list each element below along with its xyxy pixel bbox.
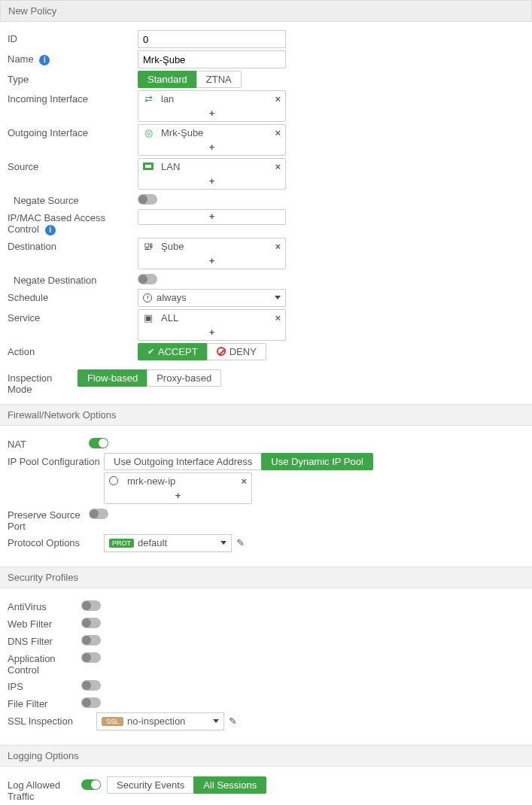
label-filefilter: File Filter: [8, 695, 81, 709]
add-icon[interactable]: +: [138, 107, 285, 121]
section-firewall-header: Firewall/Network Options: [0, 404, 532, 426]
schedule-select[interactable]: always: [138, 289, 286, 307]
action-deny-button[interactable]: DENY: [207, 343, 266, 360]
chevron-down-icon: [220, 541, 226, 545]
schedule-value: always: [157, 292, 270, 303]
action-toggle: ✔ ACCEPT DENY: [138, 343, 266, 360]
remove-icon[interactable]: ×: [275, 241, 281, 252]
label-id: ID: [8, 30, 138, 44]
webfilter-toggle[interactable]: [81, 618, 101, 628]
dnsfilter-toggle[interactable]: [81, 635, 101, 646]
info-icon[interactable]: i: [45, 225, 56, 235]
inspection-flow-button[interactable]: Flow-based: [78, 369, 147, 387]
add-icon[interactable]: +: [138, 254, 285, 269]
log-security-events-button[interactable]: Security Events: [107, 776, 193, 794]
id-input[interactable]: [138, 30, 286, 48]
incoming-interface-field[interactable]: ⇄ lan × +: [138, 90, 286, 122]
ipmac-field[interactable]: +: [138, 209, 286, 225]
log-all-sessions-button[interactable]: All Sessions: [193, 776, 266, 794]
ssl-badge: SSL: [102, 717, 123, 726]
service-field[interactable]: ▣ ALL × +: [138, 309, 286, 341]
label-protocol-options: Protocol Options: [8, 534, 104, 548]
add-icon[interactable]: +: [138, 326, 285, 340]
add-icon[interactable]: +: [138, 175, 285, 189]
label-type: Type: [8, 71, 138, 85]
outgoing-interface-value: Mrk-Şube: [161, 127, 270, 138]
label-destination: Destination: [8, 238, 138, 252]
label-action: Action: [8, 343, 138, 357]
label-negate-source: Negate Source: [8, 192, 138, 206]
inspection-mode-toggle: Flow-based Proxy-based: [78, 369, 221, 387]
action-accept-button[interactable]: ✔ ACCEPT: [138, 343, 207, 360]
label-webfilter: Web Filter: [8, 615, 81, 630]
tunnel-icon: ◎: [143, 127, 154, 138]
clock-icon: [143, 293, 152, 302]
ippool-outgoing-button[interactable]: Use Outgoing Interface Address: [104, 453, 261, 470]
inspection-proxy-button[interactable]: Proxy-based: [147, 369, 221, 387]
negate-destination-toggle[interactable]: [138, 274, 157, 284]
label-preserve-source-port: Preserve Source Port: [8, 506, 89, 532]
address-icon: [143, 161, 154, 172]
negate-source-toggle[interactable]: [138, 194, 157, 205]
ippool-dynamic-button[interactable]: Use Dynamic IP Pool: [261, 453, 373, 470]
type-standard-button[interactable]: Standard: [138, 71, 196, 88]
source-field[interactable]: LAN × +: [138, 158, 286, 190]
remove-icon[interactable]: ×: [275, 93, 281, 105]
ssl-inspection-select[interactable]: SSL no-inspection: [96, 712, 224, 731]
preserve-source-port-toggle[interactable]: [89, 509, 108, 519]
remove-icon[interactable]: ×: [275, 127, 281, 138]
interface-icon: ⇄: [143, 93, 154, 105]
label-ips: IPS: [8, 678, 81, 692]
deny-icon: [217, 347, 226, 356]
label-inspection-mode: Inspection Mode: [8, 369, 78, 395]
label-log-allowed: Log Allowed Traffic: [8, 776, 81, 802]
ips-toggle[interactable]: [81, 680, 101, 691]
ippool-field[interactable]: mrk-new-ip × +: [104, 472, 252, 504]
chevron-down-icon: [275, 296, 281, 299]
label-source: Source: [8, 158, 138, 172]
log-allowed-toggle[interactable]: [81, 779, 101, 790]
remove-icon[interactable]: ×: [275, 161, 281, 172]
add-icon[interactable]: +: [105, 489, 251, 503]
device-icon: 🖳: [143, 241, 154, 252]
antivirus-toggle[interactable]: [81, 600, 101, 611]
appcontrol-toggle[interactable]: [81, 652, 101, 663]
log-mode-toggle: Security Events All Sessions: [107, 776, 266, 794]
name-input[interactable]: [138, 50, 286, 68]
type-toggle: Standard ZTNA: [138, 71, 242, 88]
edit-icon[interactable]: ✎: [229, 715, 237, 727]
edit-icon[interactable]: ✎: [236, 537, 245, 548]
type-ztna-button[interactable]: ZTNA: [196, 71, 242, 88]
info-icon[interactable]: i: [39, 55, 50, 65]
section-security-header: Security Profiles: [0, 567, 532, 588]
nat-toggle[interactable]: [89, 438, 108, 448]
svg-rect-1: [145, 165, 151, 168]
add-icon[interactable]: +: [138, 210, 285, 224]
label-negate-destination: Negate Destination: [8, 272, 138, 286]
service-value: ALL: [161, 312, 270, 324]
page-title: New Policy: [0, 0, 532, 22]
outgoing-interface-field[interactable]: ◎ Mrk-Şube × +: [138, 124, 286, 156]
ssl-inspection-value: no-inspection: [127, 715, 208, 727]
filefilter-toggle[interactable]: [81, 697, 101, 708]
destination-value: Şube: [161, 241, 270, 252]
label-ipmac: IP/MAC Based Access Control i: [8, 209, 138, 235]
label-ssl-inspection: SSL Inspection: [8, 712, 96, 727]
incoming-interface-value: lan: [161, 93, 270, 105]
label-appcontrol: Application Control: [8, 650, 81, 676]
label-ippool: IP Pool Configuration: [8, 453, 104, 467]
remove-icon[interactable]: ×: [241, 475, 247, 487]
check-icon: ✔: [147, 347, 154, 357]
destination-field[interactable]: 🖳 Şube × +: [138, 238, 286, 269]
ippool-toggle: Use Outgoing Interface Address Use Dynam…: [104, 453, 373, 470]
label-name: Name i: [8, 50, 138, 65]
label-dnsfilter: DNS Filter: [8, 633, 81, 647]
protocol-options-select[interactable]: PROT default: [104, 534, 232, 552]
add-icon[interactable]: +: [138, 141, 285, 155]
globe-icon: [109, 476, 118, 485]
chevron-down-icon: [213, 719, 219, 723]
label-schedule: Schedule: [8, 289, 138, 303]
section-logging-header: Logging Options: [0, 745, 532, 767]
remove-icon[interactable]: ×: [275, 312, 281, 324]
prot-badge: PROT: [109, 539, 134, 548]
